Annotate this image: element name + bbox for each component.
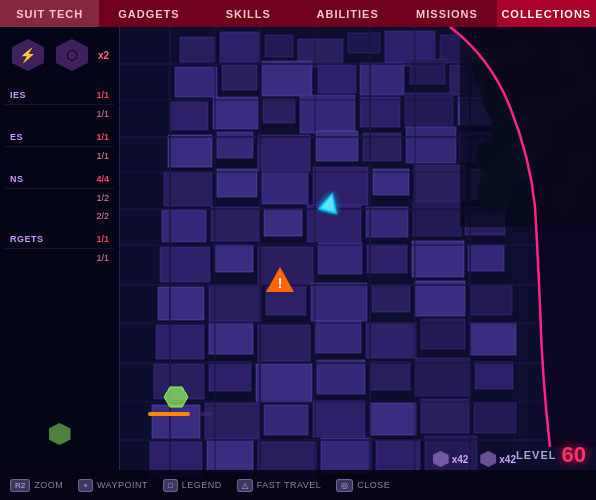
label-fast-travel: FAST TRAVEL bbox=[257, 480, 322, 490]
currency-value-1: x42 bbox=[452, 454, 469, 465]
panel-row-ies: IES 1/1 bbox=[5, 85, 114, 105]
level-label: LEVEL bbox=[516, 449, 556, 461]
svg-rect-56 bbox=[470, 285, 512, 315]
nav-suit-tech[interactable]: SUIT TECH bbox=[0, 0, 99, 27]
svg-rect-43 bbox=[160, 247, 210, 282]
svg-rect-63 bbox=[470, 323, 516, 355]
panel-row-es: ES 1/1 bbox=[5, 127, 114, 147]
nav-skills[interactable]: SKILLS bbox=[199, 0, 298, 27]
svg-rect-2 bbox=[220, 32, 260, 62]
panel-row-ns: NS 4/4 bbox=[5, 169, 114, 189]
svg-rect-70 bbox=[475, 362, 513, 389]
svg-rect-18 bbox=[300, 95, 355, 133]
panel-row-ns2: 1/2 bbox=[5, 189, 114, 207]
key-close: ◎ bbox=[336, 479, 353, 492]
svg-rect-54 bbox=[372, 285, 410, 312]
svg-rect-30 bbox=[217, 169, 257, 197]
level-value: 60 bbox=[562, 442, 586, 468]
svg-rect-47 bbox=[367, 245, 407, 273]
key-legend: □ bbox=[163, 479, 178, 492]
panel-section-ies: IES 1/1 1/1 bbox=[5, 85, 114, 123]
hex-icon-2: ⬡ bbox=[56, 39, 88, 71]
svg-rect-38 bbox=[264, 209, 302, 236]
svg-rect-19 bbox=[360, 97, 400, 127]
svg-rect-66 bbox=[256, 364, 312, 402]
svg-rect-68 bbox=[370, 362, 410, 390]
nav-abilities[interactable]: ABILITIES bbox=[298, 0, 397, 27]
hex-icon: ⚡ bbox=[12, 39, 44, 71]
svg-rect-23 bbox=[217, 132, 253, 158]
svg-rect-10 bbox=[262, 61, 312, 96]
label-legend: LEGEND bbox=[182, 480, 222, 490]
panel-row-es2: 1/1 bbox=[5, 147, 114, 165]
label-waypoint: WAYPOINT bbox=[97, 480, 148, 490]
svg-rect-50 bbox=[158, 287, 204, 320]
svg-rect-76 bbox=[421, 399, 469, 433]
svg-rect-46 bbox=[318, 243, 362, 274]
svg-rect-17 bbox=[263, 99, 295, 123]
svg-rect-79 bbox=[207, 440, 253, 472]
svg-rect-37 bbox=[211, 207, 259, 241]
multiplier-badge: x2 bbox=[98, 50, 109, 61]
svg-rect-77 bbox=[474, 403, 516, 433]
svg-rect-67 bbox=[317, 360, 365, 394]
control-zoom[interactable]: R2 ZOOM bbox=[10, 479, 63, 492]
panel-label-es: ES bbox=[10, 132, 23, 142]
panel-count-es: 1/1 bbox=[96, 132, 109, 142]
svg-rect-33 bbox=[373, 169, 409, 195]
panel-count-ns3: 2/2 bbox=[96, 211, 109, 221]
svg-rect-41 bbox=[413, 202, 461, 236]
svg-rect-73 bbox=[264, 405, 308, 435]
svg-rect-48 bbox=[412, 241, 464, 277]
panel-row-ies2: 1/1 bbox=[5, 105, 114, 123]
city-map: ! bbox=[120, 27, 596, 500]
svg-rect-15 bbox=[170, 102, 208, 130]
top-navigation: SUIT TECH GADGETS SKILLS ABILITIES MISSI… bbox=[0, 0, 596, 27]
panel-section-ns: NS 4/4 1/2 2/2 bbox=[5, 169, 114, 225]
svg-rect-72 bbox=[205, 403, 259, 439]
bottom-hex-icon bbox=[49, 423, 71, 445]
panel-label-ns: NS bbox=[10, 174, 24, 184]
svg-rect-40 bbox=[366, 207, 408, 237]
nav-gadgets[interactable]: GADGETS bbox=[99, 0, 198, 27]
key-r2: R2 bbox=[10, 479, 30, 492]
panel-count-ns2: 1/2 bbox=[96, 193, 109, 203]
svg-rect-55 bbox=[415, 281, 465, 316]
panel-count-ies2: 1/1 bbox=[96, 109, 109, 119]
svg-rect-36 bbox=[162, 210, 206, 242]
key-fast-travel: △ bbox=[237, 479, 253, 492]
panel-row-ns3: 2/2 bbox=[5, 207, 114, 225]
control-fast-travel[interactable]: △ FAST TRAVEL bbox=[237, 479, 322, 492]
svg-rect-53 bbox=[311, 283, 367, 321]
svg-rect-61 bbox=[366, 323, 416, 358]
svg-rect-81 bbox=[321, 438, 371, 473]
svg-rect-11 bbox=[318, 65, 356, 93]
control-waypoint[interactable]: × WAYPOINT bbox=[78, 479, 148, 492]
panel-count-rgets: 1/1 bbox=[96, 234, 109, 244]
panel-section-rgets: RGETS 1/1 1/1 bbox=[5, 229, 114, 267]
suit-icon: ⚡ bbox=[10, 37, 46, 73]
svg-rect-12 bbox=[360, 63, 404, 95]
level-indicator: LEVEL 60 bbox=[516, 442, 586, 468]
svg-rect-8 bbox=[175, 67, 217, 97]
svg-rect-129 bbox=[148, 412, 190, 416]
control-close[interactable]: ◎ CLOSE bbox=[336, 479, 390, 492]
svg-rect-27 bbox=[406, 127, 456, 163]
svg-rect-9 bbox=[222, 65, 257, 90]
panel-header: ⚡ ⬡ x2 bbox=[5, 37, 114, 73]
nav-missions[interactable]: MISSIONS bbox=[397, 0, 496, 27]
panel-count-es2: 1/1 bbox=[96, 151, 109, 161]
svg-rect-60 bbox=[315, 321, 361, 353]
svg-rect-71 bbox=[152, 405, 200, 438]
svg-rect-5 bbox=[348, 33, 380, 53]
svg-rect-59 bbox=[258, 325, 310, 361]
currency-item-2: x42 bbox=[480, 451, 516, 467]
svg-rect-74 bbox=[313, 401, 365, 437]
svg-rect-75 bbox=[370, 403, 416, 435]
panel-section-es: ES 1/1 1/1 bbox=[5, 127, 114, 165]
label-zoom: ZOOM bbox=[34, 480, 63, 490]
control-legend[interactable]: □ LEGEND bbox=[163, 479, 222, 492]
panel-count-ies: 1/1 bbox=[96, 90, 109, 100]
nav-collections[interactable]: COLLECTIONS bbox=[497, 0, 596, 27]
key-waypoint: × bbox=[78, 479, 93, 492]
